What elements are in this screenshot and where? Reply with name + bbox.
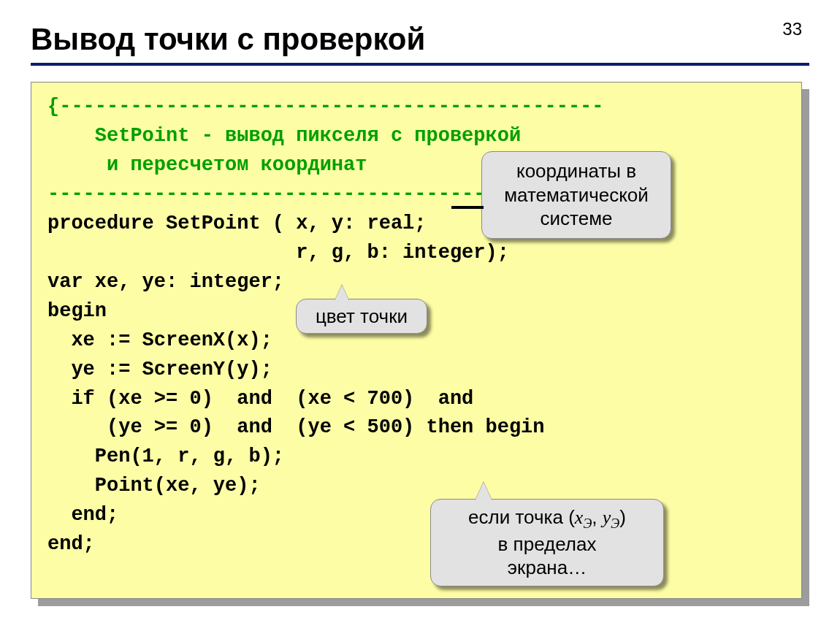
slide: 33 Вывод точки с проверкой {------------… [0,0,840,631]
callout-connector [335,285,349,301]
code-line: if (xe >= 0) and (xe < 700) and [47,388,473,410]
callout-text: системе [492,207,660,231]
comment-line: SetPoint - вывод пикселя с проверкой [47,125,521,147]
code-line: end; [47,504,118,526]
code-box: {---------------------------------------… [31,82,802,599]
code-line: Point(xe, ye); [47,475,261,497]
comment-line: и пересчетом координат [47,154,367,176]
title-underline [31,63,809,66]
code-line: xe := ScreenX(x); [47,329,272,351]
slide-title: Вывод точки с проверкой [31,22,809,57]
code-line: begin [47,300,107,322]
page-number: 33 [782,19,802,39]
code-line: procedure SetPoint ( x, y: real; [47,213,426,234]
code-line: r, g, b: integer); [47,242,509,264]
callout-text: если точка (xЭ, yЭ) [441,505,653,532]
callout-text: цвет точки [307,305,416,329]
code-area: {---------------------------------------… [31,82,802,599]
callout-text: математической [492,183,660,207]
code-line: ye := ScreenY(y); [47,359,272,380]
code-line: end; [47,533,95,555]
callout-text: координаты в [492,159,660,183]
callout-coords-math-system: координаты в математической системе [481,151,671,239]
callout-connector [451,206,484,209]
callout-text: экрана… [441,556,653,580]
code-line: (ye >= 0) and (ye < 500) then begin [47,416,545,438]
comment-line: {---------------------------------------… [47,96,604,118]
callout-connector [475,482,492,501]
code-line: var xe, ye: integer; [47,271,284,293]
code-line: Pen(1, r, g, b); [47,445,284,467]
callout-in-screen: если точка (xЭ, yЭ) в пределах экрана… [430,499,664,586]
callout-point-color: цвет точки [296,299,427,334]
callout-text: в пределах [441,532,653,557]
